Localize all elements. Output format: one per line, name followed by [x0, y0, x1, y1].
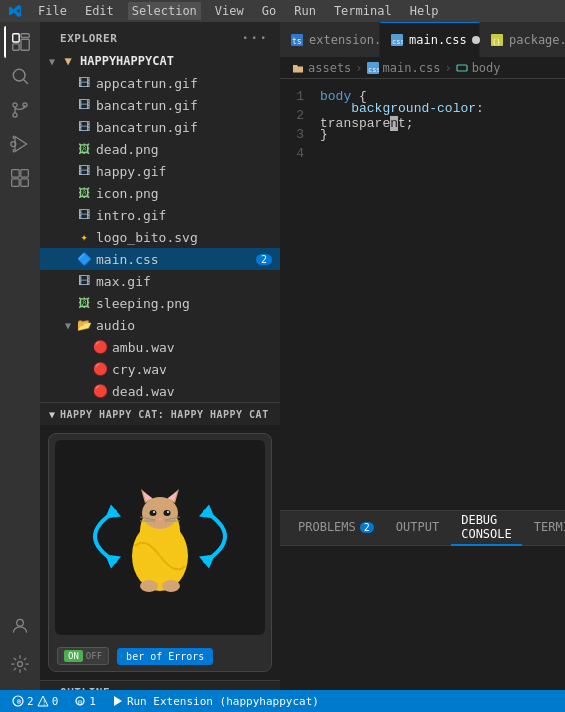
preview-section-header[interactable]: ▼ HAPPY HAPPY CAT: HAPPY HAPPY CAT [40, 403, 280, 425]
menu-view[interactable]: View [211, 2, 248, 20]
error-count-button[interactable]: ber of Errors [117, 648, 213, 665]
menu-run[interactable]: Run [290, 2, 320, 20]
activity-extensions[interactable] [4, 162, 36, 194]
file-label: happy.gif [96, 164, 166, 179]
list-item[interactable]: 🎞 appcatrun.gif [40, 72, 280, 94]
tab-main-css[interactable]: css main.css [380, 22, 480, 57]
file-label: bancatrun.gif [96, 120, 198, 135]
tab-output[interactable]: OUTPUT [386, 511, 449, 546]
list-item[interactable]: 🔴 ambu.wav [40, 336, 280, 358]
list-item[interactable]: 🖼 sleeping.png [40, 292, 280, 314]
tab-label: main.css [409, 33, 467, 47]
status-run[interactable]: Run Extension (happyhappycat) [108, 695, 323, 708]
tab-terminal[interactable]: TERMINAL [524, 511, 565, 546]
breadcrumb-assets[interactable]: assets [292, 61, 351, 75]
list-item[interactable]: 🔴 cry.wav [40, 358, 280, 380]
menu-selection[interactable]: Selection [128, 2, 201, 20]
activity-account[interactable] [4, 610, 36, 642]
list-item[interactable]: 🎞 bancatrun.gif [40, 116, 280, 138]
file-label: main.css [96, 252, 159, 267]
folder-icon [292, 62, 304, 74]
gif-icon: 🎞 [76, 75, 92, 91]
activity-run[interactable] [4, 128, 36, 160]
breadcrumb-separator: › [355, 61, 362, 75]
breadcrumb-text: assets [308, 61, 351, 75]
svg-text:css: css [392, 38, 403, 46]
file-label: ambu.wav [112, 340, 175, 355]
activity-search[interactable] [4, 60, 36, 92]
list-item[interactable]: ✦ logo_bito.svg [40, 226, 280, 248]
error-icon: ⊗ [12, 695, 24, 707]
activity-explorer[interactable] [4, 26, 36, 58]
tab-package-json[interactable]: {} package.j [480, 22, 565, 57]
menu-help[interactable]: Help [406, 2, 443, 20]
list-item[interactable]: 🎞 bancatrun.gif [40, 94, 280, 116]
file-label: icon.png [96, 186, 159, 201]
menu-go[interactable]: Go [258, 2, 280, 20]
menu-file[interactable]: File [34, 2, 71, 20]
svg-rect-15 [12, 179, 20, 187]
svg-point-6 [13, 103, 17, 107]
svg-rect-14 [21, 170, 29, 178]
gif-icon: 🎞 [76, 207, 92, 223]
preview-box: ON OFF ber of Errors [48, 433, 272, 672]
list-item[interactable]: 🖼 dead.png [40, 138, 280, 160]
error-label: ber of Errors [126, 651, 204, 662]
svg-text:css: css [368, 66, 379, 74]
list-item[interactable]: 🎞 intro.gif [40, 204, 280, 226]
breadcrumb-separator: › [444, 61, 451, 75]
tab-extension-ts[interactable]: ts extension.ts [280, 22, 380, 57]
code-editor[interactable]: 1 body { 2 background-color: transparent… [280, 79, 565, 510]
file-label: dead.png [96, 142, 159, 157]
svg-text:⊗: ⊗ [17, 697, 22, 706]
off-label: OFF [86, 651, 102, 661]
editor-area: ts extension.ts css main.css {} package.… [280, 22, 565, 690]
warning-icon: ! [37, 695, 49, 707]
symbol-icon [456, 62, 468, 74]
menu-bar: File Edit Selection View Go Run Terminal… [34, 2, 443, 20]
tab-problems[interactable]: PROBLEMS 2 [288, 511, 384, 546]
audio-folder-item[interactable]: ▼ 📂 audio [40, 314, 280, 336]
file-label: sleeping.png [96, 296, 190, 311]
sidebar-more-button[interactable]: ··· [241, 30, 268, 46]
svg-point-30 [153, 511, 155, 513]
list-item[interactable]: 🎞 happy.gif [40, 160, 280, 182]
list-item[interactable]: 🔴 dead.wav [40, 380, 280, 402]
tab-label: TERMINAL [534, 520, 565, 534]
status-errors[interactable]: ⊗ 2 ! 0 [8, 695, 62, 708]
code-line-2: 2 background-color: transparent; [280, 106, 565, 125]
list-item-active[interactable]: 🔷 main.css 2 [40, 248, 280, 270]
list-item[interactable]: 🖼 icon.png [40, 182, 280, 204]
outline-header[interactable]: ▶ OUTLINE [40, 681, 280, 690]
line-content: background-color: transparent; [320, 101, 565, 131]
tab-label: DEBUG CONSOLE [461, 513, 512, 541]
tab-debug-console[interactable]: DEBUG CONSOLE [451, 511, 522, 546]
svg-rect-49 [457, 65, 467, 71]
svg-text:ts: ts [292, 37, 302, 46]
png-icon: 🖼 [76, 295, 92, 311]
project-root-item[interactable]: ▼ ▼ HAPPYHAPPYCAT [40, 50, 280, 72]
breadcrumb-body[interactable]: body [456, 61, 501, 75]
status-sync[interactable]: ⚙ 1 [70, 695, 100, 708]
svg-rect-3 [21, 39, 29, 50]
svg-rect-16 [21, 179, 29, 187]
line-number: 1 [280, 89, 320, 104]
run-icon [112, 695, 124, 707]
file-label: appcatrun.gif [96, 76, 198, 91]
activity-source-control[interactable] [4, 94, 36, 126]
activity-settings[interactable] [4, 648, 36, 680]
gif-icon: 🎞 [76, 163, 92, 179]
menu-edit[interactable]: Edit [81, 2, 118, 20]
svg-point-29 [164, 510, 171, 516]
breadcrumb-maincss[interactable]: css main.css [367, 61, 441, 75]
toggle-button[interactable]: ON OFF [57, 647, 109, 665]
svg-point-32 [158, 518, 162, 521]
preview-section: ▼ HAPPY HAPPY CAT: HAPPY HAPPY CAT [40, 402, 280, 680]
preview-panel: ON OFF ber of Errors [40, 425, 280, 680]
list-item[interactable]: 🎞 max.gif [40, 270, 280, 292]
chevron-down-icon: ▼ [60, 317, 76, 333]
menu-terminal[interactable]: Terminal [330, 2, 396, 20]
gif-icon: 🎞 [76, 273, 92, 289]
line-content: } [320, 127, 328, 142]
svg-marker-9 [15, 137, 27, 152]
